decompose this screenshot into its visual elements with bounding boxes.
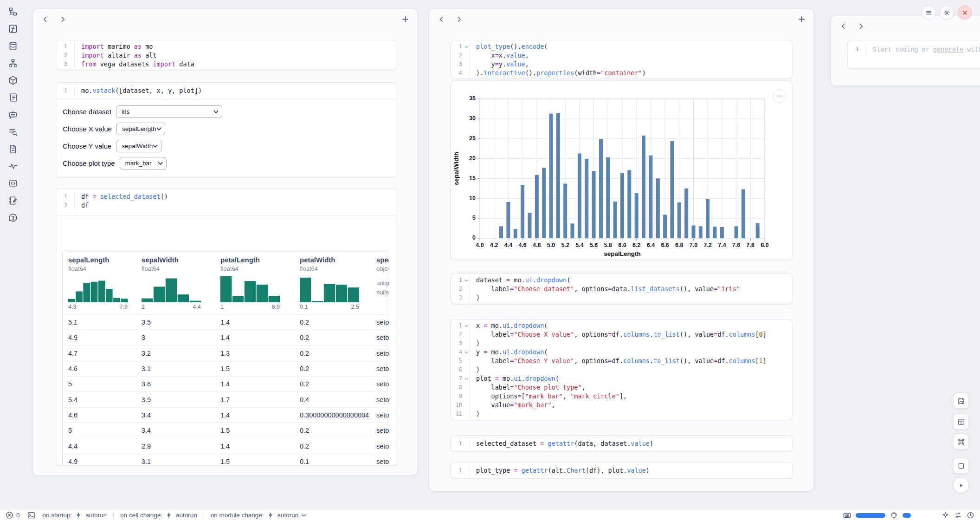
clock-icon[interactable]	[967, 511, 974, 519]
database-icon[interactable]	[8, 41, 18, 51]
code-cell-xy-dropdowns[interactable]: 1x = mo.ui.dropdown(2 label="Choose X va…	[451, 319, 793, 420]
code-line[interactable]: 1plot_type = getattr(alt.Chart(df), plot…	[451, 466, 792, 475]
code-line[interactable]: 1dataset = mo.ui.dropdown(	[451, 276, 792, 285]
settings-button[interactable]	[940, 6, 954, 20]
fold-chevron-icon[interactable]	[464, 324, 469, 328]
column-header-speci[interactable]: speciobjecuniqunulls:	[371, 250, 389, 314]
code-line[interactable]: 10 value="mark_bar",	[451, 401, 792, 410]
menu-button[interactable]	[922, 6, 935, 20]
code-line[interactable]: 1selected_dataset = getattr(data, datase…	[451, 439, 792, 448]
code-line[interactable]: 11)	[451, 410, 792, 418]
code-line[interactable]: 4y = mo.ui.dropdown(	[451, 348, 792, 357]
code-line[interactable]: 7plot = mo.ui.dropdown(	[451, 374, 792, 383]
on-cell-change-toggle[interactable]: on cell change: autorun	[120, 511, 197, 519]
column-histogram[interactable]	[220, 276, 280, 302]
svg-text:25: 25	[469, 135, 476, 142]
code-line[interactable]: 3)	[451, 293, 792, 302]
packages-icon[interactable]	[8, 75, 18, 85]
column-histogram[interactable]	[68, 276, 128, 302]
dropdown-select[interactable]: sepalLength	[116, 123, 165, 135]
chevron-left-icon[interactable]	[39, 13, 51, 25]
code-line[interactable]: 1x = mo.ui.dropdown(	[451, 321, 792, 330]
code-line[interactable]: 2 label="Choose dataset", options=data.l…	[451, 285, 792, 293]
code-text: )	[470, 365, 480, 374]
dropdown-select[interactable]: mark_bar	[120, 157, 167, 169]
close-button[interactable]	[958, 6, 972, 20]
dependency-graph-icon[interactable]	[8, 58, 18, 68]
help-icon[interactable]	[8, 213, 18, 223]
scratchpad-toggle-button[interactable]	[953, 458, 969, 474]
column-header-petalLength[interactable]: petalLengthfloat6416.9	[215, 250, 294, 314]
column-header-sepalLength[interactable]: sepalLengthfloat644.37.9	[63, 250, 136, 314]
altair-bar-chart[interactable]: 4.04.24.44.64.85.05.25.45.65.86.06.26.46…	[451, 87, 793, 260]
generate-link[interactable]: generate	[933, 46, 963, 53]
code-line[interactable]: 2 x=x.value,	[451, 51, 792, 60]
keyboard-shortcuts-button[interactable]	[953, 434, 969, 449]
dropdown-select[interactable]: sepalWidth	[116, 140, 161, 152]
terminal-button[interactable]	[27, 511, 35, 519]
code-line[interactable]: 2df	[56, 201, 397, 210]
code-cell-plot[interactable]: 1plot_type().encode(2 x=x.value,3 y=y.va…	[451, 40, 793, 79]
code-line[interactable]: 6)	[451, 365, 792, 374]
code-line[interactable]: 8 label="Choose plot type",	[451, 383, 792, 392]
snippets-icon[interactable]	[8, 178, 18, 189]
run-button[interactable]	[953, 477, 969, 493]
empty-code-cell[interactable]: 1 Start coding or generate with	[847, 40, 980, 69]
chevron-right-icon[interactable]	[453, 13, 464, 25]
layout-button[interactable]	[953, 414, 969, 430]
chart-menu-button[interactable]	[773, 89, 787, 103]
fold-chevron-icon[interactable]	[464, 350, 469, 355]
code-line[interactable]: 2 label="Choose X value", options=df.col…	[451, 330, 792, 339]
fold-chevron-icon[interactable]	[464, 278, 469, 283]
functions-icon[interactable]	[8, 24, 18, 34]
memory-chip-icon[interactable]	[890, 511, 898, 519]
column-header-sepalWidth[interactable]: sepalWidthfloat6424.4	[136, 250, 215, 314]
editor-placeholder[interactable]: Start coding or generate with	[866, 45, 980, 54]
code-line[interactable]: 3from vega_datasets import data	[56, 60, 397, 69]
fold-chevron-icon[interactable]	[464, 45, 469, 49]
code-line[interactable]: 5 label="Choose Y value", options=df.col…	[451, 357, 792, 365]
tracing-icon[interactable]	[8, 161, 18, 171]
error-indicator[interactable]: 0	[6, 511, 20, 519]
file-tree-icon[interactable]	[8, 7, 18, 17]
scratchpad-icon[interactable]	[8, 195, 18, 206]
on-startup-toggle[interactable]: on startup: autorun	[43, 511, 107, 519]
fold-chevron-icon[interactable]	[464, 377, 469, 381]
code-cell-selected-dataset[interactable]: 1selected_dataset = getattr(data, datase…	[451, 435, 793, 452]
on-module-change-toggle[interactable]: on module change: autorun	[211, 511, 307, 519]
sparkles-icon[interactable]	[941, 511, 949, 519]
chart-output-cell[interactable]: 4.04.24.44.64.85.05.25.45.65.86.06.26.46…	[451, 80, 793, 260]
code-cell-plot-type[interactable]: 1plot_type = getattr(alt.Chart(df), plot…	[451, 462, 793, 479]
code-line[interactable]: 4).interactive().properties(width="conta…	[451, 69, 792, 78]
code-cell-dataset-dropdown[interactable]: 1dataset = mo.ui.dropdown(2 label="Choos…	[451, 274, 793, 304]
chevron-left-icon[interactable]	[436, 13, 447, 25]
chevron-right-icon[interactable]	[855, 20, 866, 32]
dropdown-select[interactable]: iris	[116, 105, 222, 118]
code-line[interactable]: 1plot_type().encode(	[451, 42, 792, 51]
code-line[interactable]: 1df = selected_dataset()	[56, 192, 397, 201]
code-line[interactable]: 9 options=["mark_bar", "mark_circle"],	[451, 392, 792, 401]
swap-icon[interactable]	[954, 511, 962, 519]
code-line[interactable]: 2import altair as alt	[56, 51, 397, 60]
code-line[interactable]: 1mo.vstack([dataset, x, y, plot])	[56, 86, 397, 95]
keyboard-icon[interactable]	[843, 511, 851, 519]
logs-icon[interactable]	[8, 127, 18, 137]
chevron-left-icon[interactable]	[838, 20, 849, 32]
code-line[interactable]: 3)	[451, 339, 792, 348]
outline-icon[interactable]	[8, 92, 18, 103]
code-line[interactable]: 3 y=y.value,	[451, 60, 792, 69]
column-histogram[interactable]	[300, 276, 359, 302]
add-cell-button[interactable]	[796, 13, 807, 25]
add-cell-button[interactable]	[400, 13, 411, 25]
column-header-petalWidth[interactable]: petalWidthfloat640.12.5	[294, 250, 371, 314]
save-button[interactable]	[953, 393, 969, 409]
code-cell-dataframe[interactable]: 1df = selected_dataset()2df sepalLengthf…	[56, 188, 397, 466]
chat-icon[interactable]	[8, 110, 18, 120]
column-histogram[interactable]	[142, 276, 201, 302]
code-cell-vstack[interactable]: 1mo.vstack([dataset, x, y, plot]) Choose…	[56, 82, 397, 177]
line-number: 11	[451, 410, 470, 418]
documentation-icon[interactable]	[8, 144, 18, 154]
chevron-right-icon[interactable]	[57, 13, 68, 25]
code-cell-imports[interactable]: 1import marimo as mo2import altair as al…	[56, 40, 397, 70]
code-line[interactable]: 1import marimo as mo	[56, 42, 397, 51]
